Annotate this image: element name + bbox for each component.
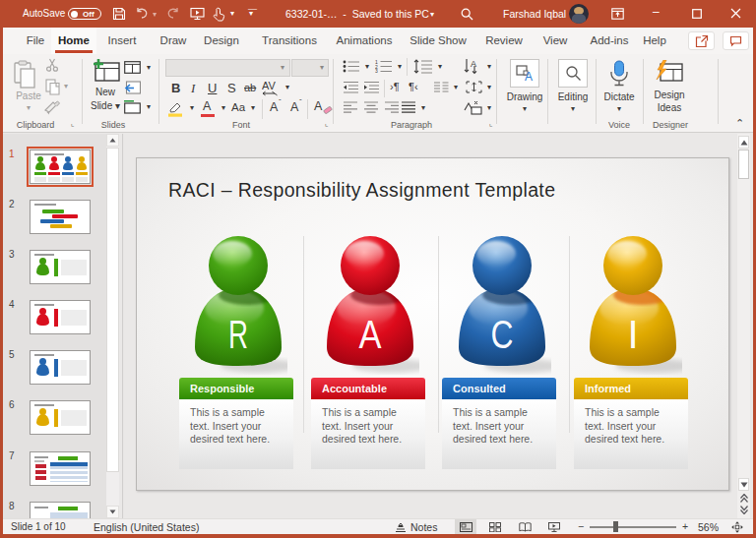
svg-text:3: 3 (375, 68, 378, 73)
svg-text:A: A (471, 59, 476, 69)
svg-text:A: A (525, 70, 533, 82)
svg-text:A: A (359, 313, 382, 356)
svg-text:AV: AV (262, 81, 277, 91)
svg-text:I: I (627, 313, 638, 356)
svg-text:C: C (491, 313, 514, 356)
svg-text:R: R (228, 313, 248, 356)
